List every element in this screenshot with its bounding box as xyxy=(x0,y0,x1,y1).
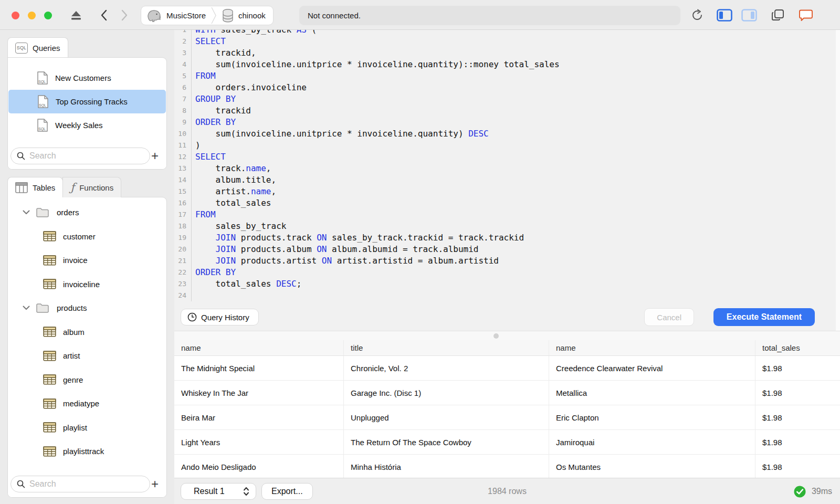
breadcrumb-database[interactable]: chinook xyxy=(222,8,266,23)
back-button[interactable] xyxy=(96,7,111,23)
code-lines[interactable]: WITH sales_by_track AS (SELECT trackid, … xyxy=(192,30,560,301)
tab-functions[interactable]: ƒ Functions xyxy=(62,177,121,197)
tree-table-label: album xyxy=(63,328,85,337)
table-row[interactable]: Ando Meio DesligadoMinha HistóriaOs Muta… xyxy=(174,455,840,478)
table-cell[interactable]: $1.98 xyxy=(755,405,840,429)
tab-tables[interactable]: Tables xyxy=(7,177,63,197)
chevron-down-icon[interactable] xyxy=(23,306,31,310)
table-cell[interactable]: $1.98 xyxy=(755,356,840,380)
code-line xyxy=(195,290,560,301)
tree-table-item[interactable]: playlist xyxy=(8,416,166,440)
breadcrumb-server-label: MusicStore xyxy=(166,11,206,20)
tables-search-box[interactable] xyxy=(10,476,150,492)
tree-table-item[interactable]: mediatype xyxy=(8,392,166,416)
table-cell[interactable]: The Midnight Special xyxy=(174,356,344,380)
code-line: ORDER BY xyxy=(195,267,560,278)
column-header[interactable]: name xyxy=(549,340,755,355)
breadcrumb-server[interactable]: MusicStore xyxy=(146,9,206,23)
windows-icon[interactable] xyxy=(770,7,786,23)
breadcrumb-database-label: chinook xyxy=(238,11,266,20)
table-cell[interactable]: Os Mutantes xyxy=(549,455,755,478)
breadcrumb: MusicStore chinook xyxy=(141,6,274,25)
toggle-right-sidebar-icon[interactable] xyxy=(741,7,757,23)
tab-queries[interactable]: SQL Queries xyxy=(7,37,68,58)
database-icon xyxy=(222,8,234,23)
code-line: JOIN products.track ON sales_by_track.tr… xyxy=(195,232,560,244)
tree-table-item[interactable]: invoiceline xyxy=(8,272,166,297)
query-item[interactable]: SQLWeekly Sales xyxy=(8,113,166,137)
table-cell[interactable]: Whiskey In The Jar xyxy=(174,381,344,405)
tree-table-item[interactable]: playlisttrack xyxy=(8,439,166,464)
splitter[interactable] xyxy=(174,331,840,340)
column-header[interactable]: total_sales xyxy=(755,340,840,355)
column-header[interactable]: name xyxy=(174,340,344,355)
table-cell[interactable]: Unplugged xyxy=(344,405,549,429)
main-area: 123456789101112131415161718192021222324 … xyxy=(174,30,840,504)
table-cell[interactable]: Ando Meio Desligado xyxy=(174,455,344,478)
success-check-icon xyxy=(794,486,806,498)
code-line: trackid xyxy=(195,105,560,117)
tree-folder[interactable]: orders xyxy=(8,201,166,225)
cancel-button[interactable]: Cancel xyxy=(644,308,694,326)
editor-scrollbar-track[interactable] xyxy=(836,30,840,331)
duration-label: 39ms xyxy=(812,487,832,496)
titlebar: MusicStore chinook Not connected. xyxy=(0,0,840,30)
table-row[interactable]: Whiskey In The JarGarage Inc. (Disc 1)Me… xyxy=(174,381,840,405)
query-item[interactable]: SQLTop Grossing Tracks xyxy=(8,90,166,113)
add-table-button[interactable]: + xyxy=(148,476,162,492)
table-cell[interactable]: Eric Clapton xyxy=(549,405,755,429)
connection-status-text: Not connected. xyxy=(308,11,361,20)
queries-search-input[interactable] xyxy=(29,151,134,161)
close-window-button[interactable] xyxy=(12,12,19,19)
table-cell[interactable]: $1.98 xyxy=(755,381,840,405)
tree-folder-label: orders xyxy=(57,208,79,217)
line-numbers: 123456789101112131415161718192021222324 xyxy=(174,30,192,301)
table-cell[interactable]: Jamiroquai xyxy=(549,430,755,454)
code-line: JOIN products.album ON album.albumid = t… xyxy=(195,244,560,255)
line-number: 15 xyxy=(174,186,186,197)
eject-icon[interactable] xyxy=(68,7,84,23)
table-row[interactable]: Light YearsThe Return Of The Space Cowbo… xyxy=(174,430,840,455)
table-cell[interactable]: The Return Of The Space Cowboy xyxy=(344,430,549,454)
query-item[interactable]: SQLNew Customers xyxy=(8,66,166,90)
feedback-bubble-icon[interactable] xyxy=(798,7,814,23)
tree-table-item[interactable]: invoice xyxy=(8,248,166,272)
line-number: 21 xyxy=(174,255,186,267)
table-cell[interactable]: Garage Inc. (Disc 1) xyxy=(344,381,549,405)
queries-search-box[interactable] xyxy=(10,148,150,164)
refresh-icon[interactable] xyxy=(689,7,705,23)
sql-editor[interactable]: 123456789101112131415161718192021222324 … xyxy=(174,30,840,331)
tree-table-item[interactable]: album xyxy=(8,320,166,344)
code-line: SELECT xyxy=(195,151,560,163)
table-grid-icon xyxy=(43,351,56,361)
line-number: 24 xyxy=(174,290,186,301)
add-query-button[interactable]: + xyxy=(148,148,162,164)
table-row[interactable]: Beira MarUnpluggedEric Clapton$1.98 xyxy=(174,405,840,430)
tree-table-item[interactable]: customer xyxy=(8,225,166,249)
table-cell[interactable]: Creedence Clearwater Revival xyxy=(549,356,755,380)
minimize-window-button[interactable] xyxy=(28,12,36,19)
table-cell[interactable]: Beira Mar xyxy=(174,405,344,429)
line-number: 14 xyxy=(174,174,186,186)
tables-search-input[interactable] xyxy=(29,479,134,489)
tree-table-item[interactable]: artist xyxy=(8,344,166,368)
table-cell[interactable]: Chronicle, Vol. 2 xyxy=(344,356,549,380)
column-header[interactable]: title xyxy=(344,340,549,355)
execute-statement-button[interactable]: Execute Statement xyxy=(713,308,815,326)
chevron-down-icon[interactable] xyxy=(23,210,31,215)
toggle-left-sidebar-icon[interactable] xyxy=(717,7,732,23)
query-history-button[interactable]: Query History xyxy=(181,309,259,326)
table-row[interactable]: The Midnight SpecialChronicle, Vol. 2Cre… xyxy=(174,356,840,381)
table-cell[interactable]: Metallica xyxy=(549,381,755,405)
table-grid-icon xyxy=(43,446,56,457)
line-number: 8 xyxy=(174,105,186,117)
forward-button[interactable] xyxy=(117,7,132,23)
tree-table-item[interactable]: genre xyxy=(8,368,166,392)
tab-queries-label: Queries xyxy=(33,44,60,52)
tree-folder[interactable]: products xyxy=(8,296,166,320)
zoom-window-button[interactable] xyxy=(44,12,52,19)
table-cell[interactable]: Light Years xyxy=(174,430,344,454)
table-cell[interactable]: $1.98 xyxy=(755,455,840,478)
table-cell[interactable]: Minha História xyxy=(344,455,549,478)
table-cell[interactable]: $1.98 xyxy=(755,430,840,454)
